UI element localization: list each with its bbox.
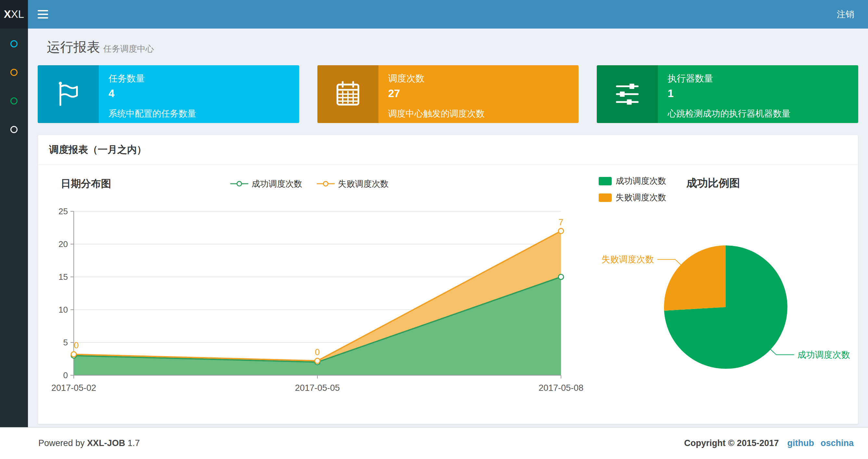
info-box-label: 任务数量 bbox=[108, 72, 288, 85]
footer: Powered by XXL-JOB 1.7 Copyright © 2015-… bbox=[0, 427, 868, 459]
powered-by: Powered by XXL-JOB 1.7 bbox=[38, 438, 140, 448]
circle-icon bbox=[10, 69, 18, 76]
main-content: 运行报表任务调度中心 任务数量 4 系统中配置的任务数量 bbox=[28, 29, 868, 424]
brand-name: XXL-JOB bbox=[87, 438, 125, 448]
info-box-label: 调度次数 bbox=[388, 72, 568, 85]
legend-label: 成功调度次数 bbox=[252, 178, 303, 190]
sidebar-item-3[interactable] bbox=[0, 97, 28, 105]
legend-label: 失败调度次数 bbox=[338, 178, 389, 190]
line-chart-header: 日期分布图 成功调度次数失败调度次数 bbox=[48, 174, 587, 194]
svg-text:20: 20 bbox=[59, 239, 68, 249]
top-navbar: XXL 注销 bbox=[0, 0, 868, 29]
sidebar-item-2[interactable] bbox=[0, 69, 28, 76]
pie-chart-legend: 成功调度次数失败调度次数 bbox=[599, 175, 666, 203]
circle-icon bbox=[10, 126, 18, 133]
svg-text:2017-05-08: 2017-05-08 bbox=[538, 383, 583, 393]
logout-link[interactable]: 注销 bbox=[823, 0, 868, 29]
calendar-icon bbox=[317, 65, 378, 123]
panel-body: 日期分布图 成功调度次数失败调度次数 05101520250072017-05-… bbox=[38, 165, 858, 424]
page-subtitle: 任务调度中心 bbox=[103, 44, 154, 54]
legend-item[interactable]: 失败调度次数 bbox=[317, 178, 389, 190]
info-box-desc: 心跳检测成功的执行器机器数量 bbox=[668, 108, 847, 120]
info-box-content: 调度次数 27 调度中心触发的调度次数 bbox=[378, 65, 579, 123]
line-marker-icon bbox=[230, 180, 249, 188]
info-box-label: 执行器数量 bbox=[668, 72, 847, 85]
legend-label: 失败调度次数 bbox=[616, 192, 666, 203]
circle-icon bbox=[10, 40, 18, 47]
svg-text:0: 0 bbox=[315, 347, 320, 357]
info-boxes: 任务数量 4 系统中配置的任务数量 bbox=[38, 65, 858, 123]
info-box-value: 27 bbox=[388, 87, 568, 100]
copyright: Copyright © 2015-2017 bbox=[684, 438, 779, 448]
panel-title: 调度报表（一月之内） bbox=[38, 135, 858, 165]
success-ratio-chart: 成功调度次数失败调度次数 成功比例图 成功调度次数失败调度次数 bbox=[587, 174, 854, 416]
powered-prefix: Powered by bbox=[38, 438, 85, 448]
sidebar-item-4[interactable] bbox=[0, 126, 28, 134]
info-box-trigger-count: 调度次数 27 调度中心触发的调度次数 bbox=[317, 65, 579, 123]
line-chart: 05101520250072017-05-022017-05-052017-05… bbox=[48, 194, 587, 408]
info-box-value: 4 bbox=[108, 87, 288, 100]
svg-text:15: 15 bbox=[59, 272, 68, 282]
logo-text-bold: X bbox=[4, 8, 11, 21]
page-title-text: 运行报表 bbox=[47, 40, 100, 55]
page-header: 运行报表任务调度中心 bbox=[38, 29, 858, 59]
legend-swatch-icon bbox=[599, 177, 612, 185]
line-chart-title: 日期分布图 bbox=[48, 177, 111, 191]
flag-icon bbox=[38, 65, 99, 123]
pie-chart-header: 成功调度次数失败调度次数 成功比例图 bbox=[599, 175, 740, 203]
page-title: 运行报表任务调度中心 bbox=[47, 38, 858, 56]
svg-text:2017-05-02: 2017-05-02 bbox=[51, 383, 96, 393]
report-panel: 调度报表（一月之内） 日期分布图 成功调度次数失败调度次数 0510152025… bbox=[38, 135, 858, 424]
info-box-job-count: 任务数量 4 系统中配置的任务数量 bbox=[38, 65, 299, 123]
oschina-link[interactable]: oschina bbox=[820, 438, 854, 448]
sidebar bbox=[0, 29, 28, 427]
circle-icon bbox=[10, 97, 18, 104]
svg-text:失败调度次数: 失败调度次数 bbox=[601, 255, 654, 264]
info-box-executor-count: 执行器数量 1 心跳检测成功的执行器机器数量 bbox=[597, 65, 858, 123]
svg-text:25: 25 bbox=[59, 206, 68, 216]
legend-label: 成功调度次数 bbox=[616, 175, 666, 187]
info-box-value: 1 bbox=[668, 87, 847, 100]
svg-text:0: 0 bbox=[74, 340, 79, 350]
svg-text:2017-05-05: 2017-05-05 bbox=[295, 383, 340, 393]
version: 1.7 bbox=[128, 438, 140, 448]
svg-text:成功调度次数: 成功调度次数 bbox=[798, 350, 850, 360]
sidebar-item-1[interactable] bbox=[0, 40, 28, 48]
line-marker-icon bbox=[317, 180, 335, 188]
svg-text:7: 7 bbox=[558, 218, 563, 227]
legend-item[interactable]: 失败调度次数 bbox=[599, 192, 666, 203]
date-distribution-chart: 日期分布图 成功调度次数失败调度次数 05101520250072017-05-… bbox=[48, 174, 587, 416]
legend-item[interactable]: 成功调度次数 bbox=[230, 178, 303, 190]
sidebar-toggle-button[interactable] bbox=[28, 0, 58, 29]
pie-chart-title: 成功比例图 bbox=[686, 176, 740, 191]
svg-text:10: 10 bbox=[59, 305, 68, 315]
logo[interactable]: XXL bbox=[0, 0, 28, 29]
logo-text: XL bbox=[11, 8, 24, 21]
info-box-desc: 调度中心触发的调度次数 bbox=[388, 108, 568, 120]
github-link[interactable]: github bbox=[787, 438, 814, 448]
line-chart-legend: 成功调度次数失败调度次数 bbox=[230, 178, 389, 190]
info-box-desc: 系统中配置的任务数量 bbox=[108, 108, 288, 120]
legend-item[interactable]: 成功调度次数 bbox=[599, 175, 666, 187]
sidebar-menu bbox=[0, 29, 28, 134]
info-box-content: 任务数量 4 系统中配置的任务数量 bbox=[99, 65, 299, 123]
svg-text:0: 0 bbox=[63, 370, 68, 380]
hamburger-icon bbox=[38, 10, 48, 19]
legend-swatch-icon bbox=[599, 194, 612, 202]
sliders-icon bbox=[597, 65, 658, 123]
svg-text:5: 5 bbox=[63, 337, 68, 347]
pie-chart: 成功调度次数失败调度次数 bbox=[587, 174, 854, 414]
info-box-content: 执行器数量 1 心跳检测成功的执行器机器数量 bbox=[658, 65, 858, 123]
